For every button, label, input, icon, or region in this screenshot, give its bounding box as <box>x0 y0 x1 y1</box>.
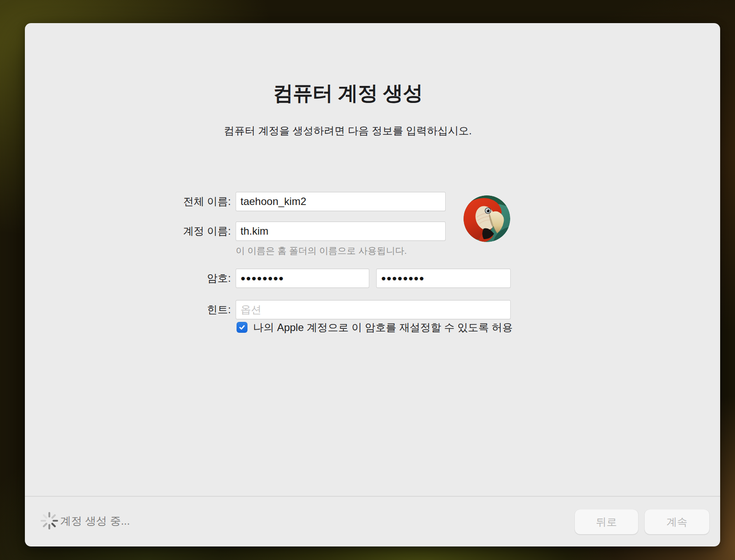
setup-window: 컴퓨터 계정 생성 컴퓨터 계정을 생성하려면 다음 정보를 입력하십시오. 전… <box>25 23 720 546</box>
page-title: 컴퓨터 계정 생성 <box>25 80 671 107</box>
spinner-icon <box>40 511 59 530</box>
apple-reset-checkbox[interactable] <box>237 322 247 333</box>
desktop-background: { "window": { "title": "컴퓨터 계정 생성", "sub… <box>0 0 735 560</box>
password-label: 암호: <box>77 269 231 288</box>
parrot-avatar-image <box>464 195 510 242</box>
password-verify-input[interactable] <box>376 269 511 288</box>
status-text: 계정 생성 중... <box>60 511 130 530</box>
user-avatar <box>464 195 510 242</box>
full-name-label: 전체 이름: <box>77 192 231 211</box>
hint-input[interactable] <box>236 300 511 319</box>
apple-reset-checkbox-label: 나의 Apple 계정으로 이 암호를 재설정할 수 있도록 허용 <box>253 322 559 333</box>
back-button[interactable]: 뒤로 <box>575 509 638 534</box>
account-name-label: 계정 이름: <box>77 222 231 241</box>
account-name-helper: 이 이름은 홈 폴더의 이름으로 사용됩니다. <box>236 245 407 257</box>
hint-label: 힌트: <box>77 300 231 319</box>
footer-divider <box>25 496 720 497</box>
checkmark-icon <box>238 324 246 331</box>
page-subtitle: 컴퓨터 계정을 생성하려면 다음 정보를 입력하십시오. <box>25 124 671 138</box>
password-input[interactable] <box>236 269 369 288</box>
account-name-input[interactable] <box>236 222 446 241</box>
full-name-input[interactable] <box>236 192 446 211</box>
continue-button[interactable]: 계속 <box>645 509 709 534</box>
